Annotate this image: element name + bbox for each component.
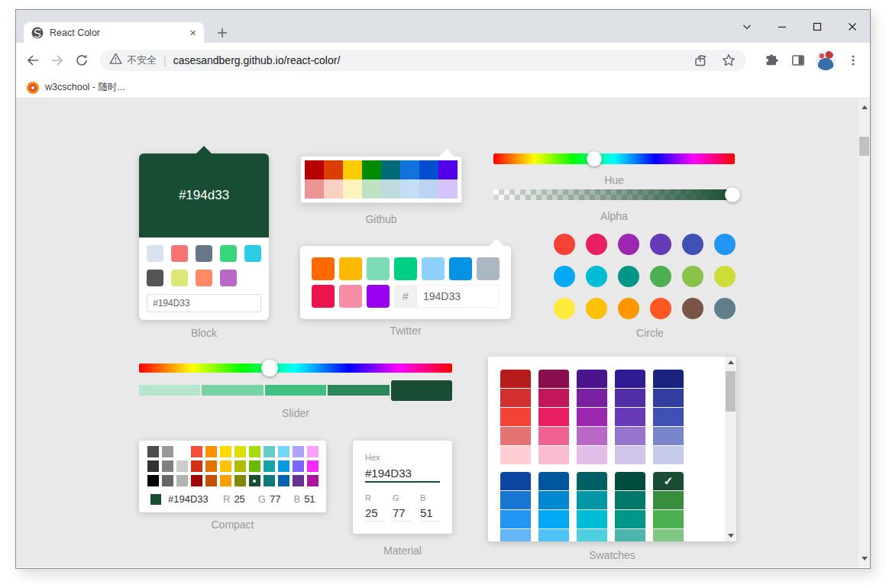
swatches-cell[interactable] xyxy=(577,389,607,407)
swatches-cell[interactable] xyxy=(577,510,607,528)
github-swatch[interactable] xyxy=(343,179,362,199)
compact-swatch[interactable] xyxy=(307,475,319,486)
github-swatch[interactable] xyxy=(400,179,419,199)
compact-swatch[interactable] xyxy=(162,460,173,472)
block-swatch[interactable] xyxy=(171,270,188,286)
twitter-swatch[interactable] xyxy=(339,285,362,308)
block-hex-input[interactable] xyxy=(147,294,261,312)
github-swatch[interactable] xyxy=(419,179,438,199)
compact-swatch[interactable] xyxy=(205,446,217,457)
page-scrollbar[interactable] xyxy=(859,99,870,567)
swatches-cell[interactable] xyxy=(577,370,607,388)
swatches-cell[interactable] xyxy=(577,446,607,464)
github-swatch[interactable] xyxy=(324,160,343,179)
swatches-cell[interactable] xyxy=(500,427,531,445)
swatches-cell[interactable] xyxy=(615,491,645,509)
swatches-cell[interactable] xyxy=(653,408,684,426)
compact-red-field[interactable]: R 25 xyxy=(223,493,245,505)
circle-swatch[interactable] xyxy=(586,234,607,255)
circle-swatch[interactable] xyxy=(618,298,639,319)
circle-swatch[interactable] xyxy=(650,266,671,287)
minimize-button[interactable] xyxy=(775,20,789,34)
compact-swatch[interactable] xyxy=(264,446,275,457)
slider-swatch[interactable] xyxy=(328,385,389,396)
compact-swatch[interactable] xyxy=(234,475,246,486)
compact-swatch[interactable] xyxy=(147,446,159,457)
swatches-cell[interactable] xyxy=(653,370,684,388)
swatches-cell[interactable] xyxy=(653,427,684,445)
github-swatch[interactable] xyxy=(362,179,381,199)
swatches-cell[interactable] xyxy=(615,472,645,490)
swatches-cell[interactable] xyxy=(653,389,684,407)
circle-swatch[interactable] xyxy=(554,266,575,287)
slider-swatch[interactable] xyxy=(265,385,326,396)
compact-swatch[interactable] xyxy=(220,446,231,457)
maximize-button[interactable] xyxy=(810,20,824,34)
block-swatch[interactable] xyxy=(196,245,212,262)
compact-swatch[interactable] xyxy=(220,460,231,472)
alpha-slider[interactable] xyxy=(493,189,735,200)
material-green-input[interactable] xyxy=(393,504,412,521)
compact-swatch[interactable] xyxy=(176,460,188,472)
bookmark-star-icon[interactable] xyxy=(720,52,737,69)
compact-swatch[interactable] xyxy=(205,475,217,486)
swatches-cell[interactable] xyxy=(538,491,569,509)
github-swatch[interactable] xyxy=(438,179,458,199)
material-hex-input[interactable] xyxy=(365,464,440,481)
github-swatch[interactable] xyxy=(362,160,381,179)
bookmark-item[interactable]: w3cschool - 随时... xyxy=(45,81,125,94)
swatches-cell[interactable] xyxy=(500,472,531,490)
compact-swatch[interactable] xyxy=(220,475,231,486)
compact-swatch[interactable] xyxy=(278,446,289,457)
compact-swatch[interactable] xyxy=(162,446,173,457)
slider-hue-bar[interactable] xyxy=(139,363,452,373)
compact-swatch[interactable] xyxy=(278,460,289,472)
block-swatch[interactable] xyxy=(147,270,163,286)
twitter-swatch[interactable] xyxy=(367,285,390,308)
circle-swatch[interactable] xyxy=(554,298,575,319)
compact-blue-value[interactable]: 51 xyxy=(304,493,315,505)
twitter-swatch[interactable] xyxy=(367,257,390,280)
github-swatch[interactable] xyxy=(305,179,324,199)
tab-close-icon[interactable]: × xyxy=(189,27,196,38)
swatches-cell[interactable] xyxy=(577,529,607,541)
circle-swatch[interactable] xyxy=(682,266,703,287)
swatches-cell[interactable]: ✓ xyxy=(653,472,684,490)
circle-swatch[interactable] xyxy=(682,298,703,319)
compact-swatch[interactable] xyxy=(234,460,246,472)
swatches-cell[interactable] xyxy=(615,408,645,426)
block-head-swatch[interactable]: #194d33 xyxy=(139,153,269,237)
compact-swatch[interactable] xyxy=(147,475,159,486)
slider-hue-handle[interactable] xyxy=(261,360,278,376)
compact-swatch[interactable] xyxy=(293,460,304,472)
github-swatch[interactable] xyxy=(438,160,458,179)
compact-swatch[interactable] xyxy=(162,475,173,486)
github-swatch[interactable] xyxy=(343,160,362,179)
swatches-cell[interactable] xyxy=(500,370,531,388)
compact-swatch[interactable] xyxy=(191,460,202,472)
swatches-cell[interactable] xyxy=(538,408,569,426)
compact-swatch[interactable] xyxy=(293,475,304,486)
swatches-cell[interactable] xyxy=(615,370,645,388)
close-window-button[interactable] xyxy=(846,20,859,34)
swatches-cell[interactable] xyxy=(615,529,645,541)
hue-slider[interactable] xyxy=(493,153,735,164)
material-blue-input[interactable] xyxy=(420,504,440,521)
compact-swatch[interactable] xyxy=(278,475,289,486)
swatches-cell[interactable] xyxy=(577,408,607,426)
hue-slider-handle[interactable] xyxy=(587,151,602,166)
profile-avatar[interactable] xyxy=(816,50,836,70)
compact-blue-field[interactable]: B 51 xyxy=(293,493,315,505)
github-swatch[interactable] xyxy=(381,160,400,179)
swatches-cell[interactable] xyxy=(500,529,531,541)
twitter-hex-input[interactable] xyxy=(417,285,500,308)
swatches-cell[interactable] xyxy=(500,491,531,509)
compact-swatch[interactable] xyxy=(234,446,246,457)
back-button[interactable] xyxy=(24,51,42,69)
compact-green-field[interactable]: G 77 xyxy=(258,493,281,505)
swatches-cell[interactable] xyxy=(538,427,569,445)
twitter-swatch[interactable] xyxy=(312,257,335,280)
compact-red-value[interactable]: 25 xyxy=(234,493,244,505)
compact-swatch[interactable] xyxy=(293,446,304,457)
compact-swatch[interactable] xyxy=(205,460,217,472)
